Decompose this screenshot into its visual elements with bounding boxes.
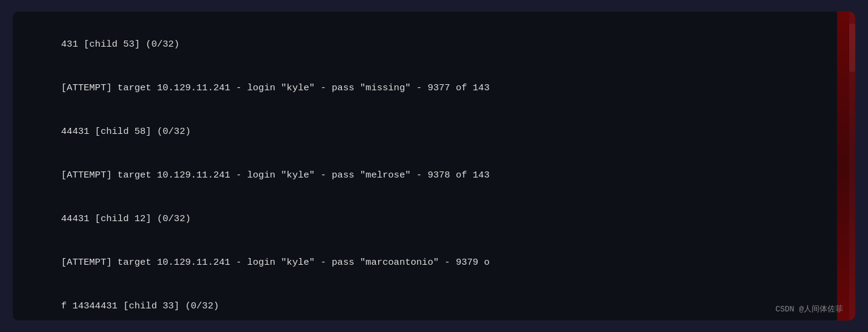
terminal-line-5: 44431 [child 12] (0/32) <box>27 197 841 241</box>
terminal-window: 431 [child 53] (0/32) [ATTEMPT] target 1… <box>13 12 855 320</box>
terminal-line-6: [ATTEMPT] target 10.129.11.241 - login "… <box>27 241 841 284</box>
terminal-line-3: 44431 [child 58] (0/32) <box>27 110 841 153</box>
terminal-line-1: 431 [child 53] (0/32) <box>27 22 841 66</box>
terminal-line-4: [ATTEMPT] target 10.129.11.241 - login "… <box>27 153 841 197</box>
watermark: CSDN @人间体佐菲 <box>775 304 843 314</box>
side-decoration <box>837 12 855 320</box>
terminal-body: 431 [child 53] (0/32) [ATTEMPT] target 1… <box>13 12 855 320</box>
terminal-line-7: f 14344431 [child 33] (0/32) <box>27 284 841 320</box>
terminal-line-2: [ATTEMPT] target 10.129.11.241 - login "… <box>27 66 841 110</box>
